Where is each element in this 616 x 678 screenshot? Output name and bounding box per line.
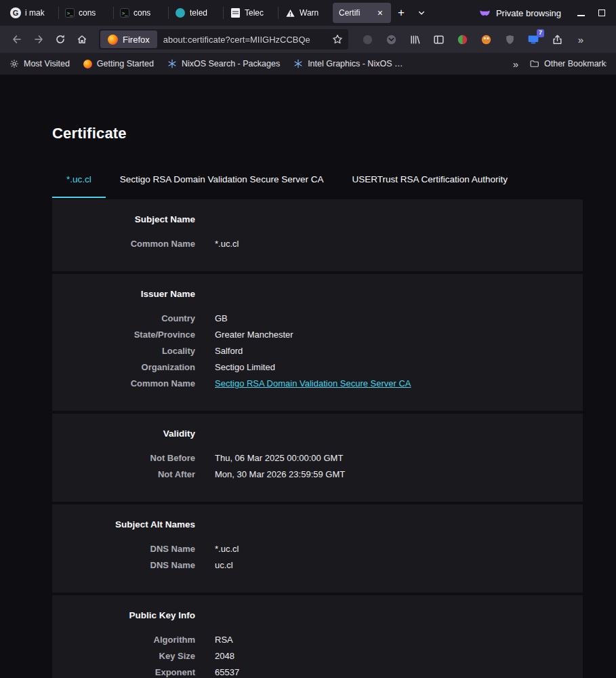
home-button[interactable] <box>72 30 92 49</box>
extension-shield-icon[interactable] <box>503 33 516 46</box>
tab-6[interactable]: Warn <box>279 3 333 23</box>
tab-title: i mak <box>25 8 52 18</box>
cert-tab-sectigo-ca[interactable]: Sectigo RSA Domain Validation Secure Ser… <box>106 160 338 198</box>
share-icon[interactable] <box>550 33 564 46</box>
snowflake-icon <box>167 59 177 68</box>
maximize-button[interactable] <box>598 7 605 19</box>
field-label: State/Province <box>52 327 195 343</box>
field-value: Thu, 06 Mar 2025 00:00:00 GMT <box>215 450 583 466</box>
field-value: GB <box>215 311 583 327</box>
field-label: Algorithm <box>52 632 195 648</box>
tab-5[interactable]: Telec <box>224 3 278 23</box>
bookmarks-toolbar: Most Visited Getting Started NixOS Searc… <box>0 53 616 75</box>
bookmark-intel-graphics[interactable]: Intel Graphics - NixOS … <box>293 59 403 68</box>
document-favicon <box>230 7 241 18</box>
field-value: *.uc.cl <box>215 541 583 557</box>
minimize-button[interactable] <box>577 7 585 19</box>
tab-2[interactable]: cons <box>59 3 113 23</box>
field-label: Key Size <box>52 648 195 664</box>
certificate-tab-strip: *.uc.cl Sectigo RSA Domain Validation Se… <box>52 160 583 198</box>
field-label: Exponent <box>52 664 195 678</box>
tab-title: teled <box>190 8 217 18</box>
page-title: Certificate <box>52 125 583 142</box>
browser-window: i mak cons cons teled Telec Warn <box>0 0 616 678</box>
field-label: Common Name <box>52 376 195 392</box>
bookmark-label: Intel Graphics - NixOS … <box>308 59 403 68</box>
field-value: RSA <box>215 632 583 648</box>
tab-title: Certifi <box>339 8 371 18</box>
section-subject-alt-names: Subject Alt Names DNS Name *.uc.cl DNS N… <box>52 504 583 593</box>
extension-badge: 7 <box>537 29 544 37</box>
cert-tab-usertrust-authority[interactable]: USERTrust RSA Certification Authority <box>337 160 522 198</box>
google-favicon <box>10 7 21 18</box>
field-label: DNS Name <box>52 557 195 574</box>
field-label: Common Name <box>52 236 195 252</box>
folder-icon <box>529 59 539 68</box>
tab-title: Warn <box>300 8 327 18</box>
extension-dark-icon[interactable] <box>361 33 374 46</box>
window-controls <box>573 7 612 19</box>
other-bookmarks-folder[interactable]: Other Bookmarks <box>529 59 607 68</box>
section-issuer-name: Issuer Name Country GB State/Province Gr… <box>52 274 583 411</box>
field-value: Mon, 30 Mar 2026 23:59:59 GMT <box>215 466 583 483</box>
bookmark-most-visited[interactable]: Most Visited <box>9 59 70 68</box>
bookmark-nixos-search[interactable]: NixOS Search - Packages <box>167 59 280 68</box>
tab-3[interactable]: cons <box>114 3 168 23</box>
field-value-link-wrap: Sectigo RSA Domain Validation Secure Ser… <box>215 376 583 392</box>
section-subject-name: Subject Name Common Name *.uc.cl <box>52 199 583 271</box>
private-browsing-label: Private browsing <box>496 8 561 18</box>
section-validity: Validity Not Before Thu, 06 Mar 2025 00:… <box>52 414 583 502</box>
reload-button[interactable] <box>50 30 70 49</box>
section-heading: Subject Name <box>52 213 195 226</box>
field-value: Sectigo Limited <box>215 359 583 376</box>
extension-toolbar: 7 » <box>361 33 588 46</box>
tab-certificate-active[interactable]: Certifi × <box>333 3 391 23</box>
field-value: *.uc.cl <box>215 236 583 252</box>
certificate-page: Certificate *.uc.cl Sectigo RSA Domain V… <box>0 75 616 678</box>
identity-chip[interactable]: Firefox <box>100 31 157 48</box>
pocket-icon[interactable] <box>384 33 398 46</box>
section-heading: Validity <box>52 427 195 441</box>
other-bookmarks-label: Other Bookmarks <box>544 59 607 68</box>
field-label: Locality <box>52 343 195 359</box>
bookmark-label: Most Visited <box>24 59 70 68</box>
section-heading: Issuer Name <box>52 287 195 301</box>
cert-tab-uc-cl[interactable]: *.uc.cl <box>52 160 106 198</box>
extension-orange-icon[interactable] <box>479 33 493 46</box>
field-label: Not After <box>52 466 195 483</box>
close-tab-icon[interactable]: × <box>375 7 385 18</box>
sidebar-toggle-icon[interactable] <box>432 33 445 46</box>
tab-title: cons <box>79 8 107 18</box>
new-tab-button[interactable]: + <box>392 4 410 22</box>
bookmark-getting-started[interactable]: Getting Started <box>83 59 154 68</box>
console-favicon <box>120 8 129 18</box>
console-favicon <box>65 8 75 18</box>
snowflake-icon <box>293 59 303 68</box>
bookmark-label: NixOS Search - Packages <box>182 59 280 68</box>
tab-bar: i mak cons cons teled Telec Warn <box>0 0 616 26</box>
devices-extension-icon[interactable]: 7 <box>527 33 540 46</box>
tab-1[interactable]: i mak <box>4 3 58 23</box>
field-value: Salford <box>215 343 583 359</box>
url-bar[interactable]: Firefox about:certificate?cert=MIIGHzCCB… <box>99 29 348 49</box>
firefox-logo-icon <box>108 35 118 45</box>
library-icon[interactable] <box>408 33 422 46</box>
url-text[interactable]: about:certificate?cert=MIIGHzCCBQe <box>163 35 332 45</box>
forward-button[interactable] <box>28 30 49 49</box>
field-value: 65537 <box>215 664 583 678</box>
extension-green-red-icon[interactable] <box>455 33 469 46</box>
issuer-common-name-link[interactable]: Sectigo RSA Domain Validation Secure Ser… <box>215 378 411 388</box>
tab-list-dropdown-button[interactable] <box>413 4 430 22</box>
bookmark-label: Getting Started <box>97 59 154 68</box>
tab-4[interactable]: teled <box>169 3 223 23</box>
tab-title: cons <box>134 8 162 18</box>
navigation-toolbar: Firefox about:certificate?cert=MIIGHzCCB… <box>0 26 616 53</box>
tab-title: Telec <box>245 8 272 18</box>
back-button[interactable] <box>7 30 27 49</box>
section-public-key-info: Public Key Info Algorithm RSA Key Size 2… <box>52 595 583 678</box>
gear-icon <box>9 59 19 68</box>
toolbar-overflow-chevron-icon[interactable]: » <box>574 33 588 46</box>
bookmarks-overflow-chevron-icon[interactable]: » <box>513 58 518 70</box>
bookmark-star-icon[interactable] <box>332 34 343 45</box>
private-browsing-indicator: Private browsing <box>479 8 573 18</box>
